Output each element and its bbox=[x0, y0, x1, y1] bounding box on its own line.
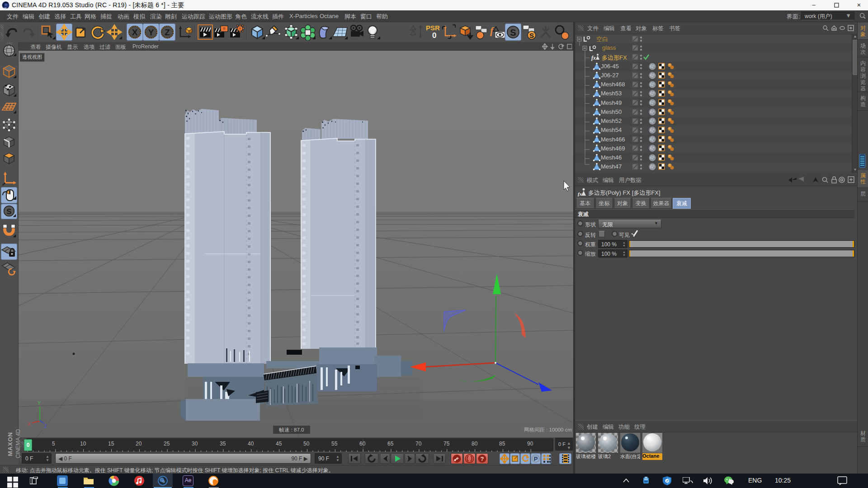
svg-text:fx: fx bbox=[578, 191, 582, 197]
svg-text:S: S bbox=[6, 207, 11, 216]
svg-text:Z: Z bbox=[44, 424, 47, 429]
svg-text:Y: Y bbox=[38, 401, 41, 406]
svg-text:S: S bbox=[529, 32, 534, 39]
svg-text:Z: Z bbox=[165, 28, 170, 37]
svg-text:Y: Y bbox=[148, 28, 154, 37]
svg-text:S: S bbox=[510, 28, 516, 38]
svg-text:X: X bbox=[132, 28, 138, 37]
svg-text:?: ? bbox=[481, 455, 484, 462]
svg-text:X: X bbox=[28, 422, 31, 427]
svg-text:P: P bbox=[534, 455, 538, 462]
svg-text:网格间距 : 10000 cm: 网格间距 : 10000 cm bbox=[524, 427, 572, 432]
svg-text:PSR: PSR bbox=[426, 24, 440, 32]
svg-text:帧速 : 87.0: 帧速 : 87.0 bbox=[279, 427, 304, 432]
svg-text:0: 0 bbox=[432, 31, 436, 40]
